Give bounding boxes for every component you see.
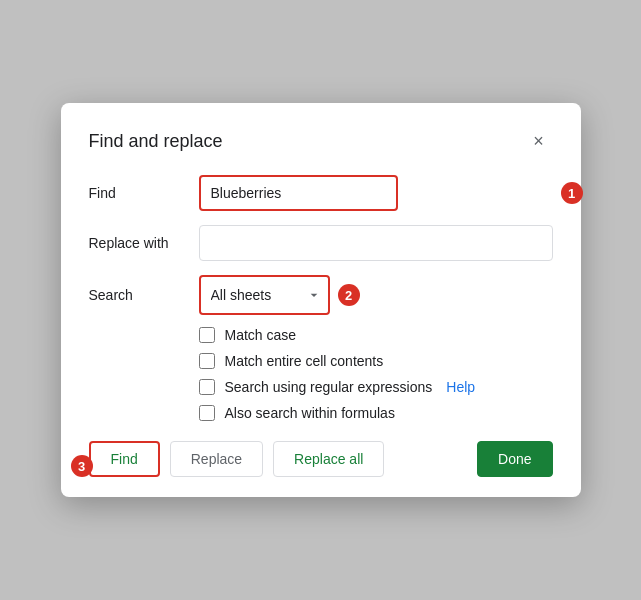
help-link[interactable]: Help bbox=[446, 379, 475, 395]
search-row: Search All sheets This sheet Specific ra… bbox=[89, 275, 553, 315]
find-label: Find bbox=[89, 185, 199, 201]
match-case-checkbox[interactable] bbox=[199, 327, 215, 343]
regex-label: Search using regular expressions bbox=[225, 379, 433, 395]
find-replace-dialog: Find and replace × Find 1 Replace with S… bbox=[61, 103, 581, 497]
find-row: Find 1 bbox=[89, 175, 553, 211]
replace-input[interactable] bbox=[199, 225, 553, 261]
replace-label: Replace with bbox=[89, 235, 199, 251]
formulas-checkbox[interactable] bbox=[199, 405, 215, 421]
annotation-badge-1: 1 bbox=[561, 182, 583, 204]
find-input[interactable] bbox=[199, 175, 398, 211]
replace-row: Replace with bbox=[89, 225, 553, 261]
find-button[interactable]: Find bbox=[89, 441, 160, 477]
formulas-row: Also search within formulas bbox=[199, 405, 553, 421]
dialog-header: Find and replace × bbox=[89, 127, 553, 155]
search-select-wrapper: All sheets This sheet Specific range bbox=[199, 275, 330, 315]
match-case-row: Match case bbox=[199, 327, 553, 343]
regex-checkbox[interactable] bbox=[199, 379, 215, 395]
dialog-title: Find and replace bbox=[89, 131, 223, 152]
annotation-badge-2: 2 bbox=[338, 284, 360, 306]
done-button[interactable]: Done bbox=[477, 441, 552, 477]
close-icon: × bbox=[533, 131, 544, 152]
checkbox-section: Match case Match entire cell contents Se… bbox=[199, 327, 553, 421]
formulas-label: Also search within formulas bbox=[225, 405, 395, 421]
match-entire-row: Match entire cell contents bbox=[199, 353, 553, 369]
search-label: Search bbox=[89, 287, 199, 303]
match-entire-label: Match entire cell contents bbox=[225, 353, 384, 369]
regex-row: Search using regular expressions Help bbox=[199, 379, 553, 395]
find-input-wrapper: 1 bbox=[199, 175, 553, 211]
action-row: 3 Find Replace Replace all Done bbox=[89, 441, 553, 477]
dialog-overlay: Find and replace × Find 1 Replace with S… bbox=[0, 0, 641, 600]
close-button[interactable]: × bbox=[525, 127, 553, 155]
match-case-label: Match case bbox=[225, 327, 297, 343]
annotation-badge-3: 3 bbox=[71, 455, 93, 477]
match-entire-checkbox[interactable] bbox=[199, 353, 215, 369]
replace-all-button[interactable]: Replace all bbox=[273, 441, 384, 477]
replace-button[interactable]: Replace bbox=[170, 441, 263, 477]
search-select[interactable]: All sheets This sheet Specific range bbox=[201, 277, 328, 313]
